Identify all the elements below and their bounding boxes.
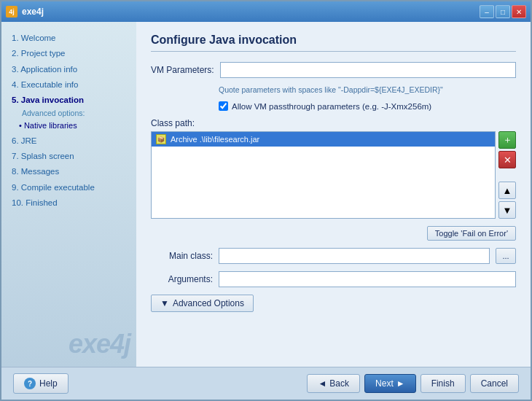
sidebar-item-java-invocation[interactable]: 5. Java invocation <box>7 93 130 108</box>
classpath-label: Class path: <box>151 118 516 128</box>
sidebar-item-welcome[interactable]: 1. Welcome <box>7 31 130 46</box>
sidebar-watermark: exe4j <box>69 329 130 359</box>
finish-button[interactable]: Finish <box>420 374 466 393</box>
minimize-button[interactable]: – <box>480 5 494 18</box>
list-item[interactable]: 📦 Archive .\lib\filesearch.jar <box>152 132 495 147</box>
window-title: exe4j <box>22 7 44 17</box>
page-title: Configure Java invocation <box>151 34 516 52</box>
move-up-button[interactable]: ▲ <box>498 182 516 199</box>
vm-params-hint: Quote parameters with spaces like "-Dapp… <box>219 85 516 94</box>
advanced-options-row: ▼ Advanced Options <box>151 295 516 312</box>
classpath-row: 📦 Archive .\lib\filesearch.jar ＋ ✕ ▲ ▼ <box>151 131 516 219</box>
advanced-arrow-icon: ▼ <box>160 298 169 308</box>
back-arrow-icon: ◄ <box>318 378 326 389</box>
toggle-fail-button[interactable]: Toggle 'Fail on Error' <box>427 226 516 241</box>
archive-icon: 📦 <box>156 134 166 144</box>
sidebar-item-splash[interactable]: 7. Splash screen <box>7 149 130 164</box>
help-button[interactable]: ? Help <box>13 373 69 394</box>
bottom-left: ? Help <box>13 373 69 394</box>
maximize-button[interactable]: □ <box>496 5 510 18</box>
advanced-options-label: Advanced Options <box>173 298 244 308</box>
add-classpath-button[interactable]: ＋ <box>498 131 516 149</box>
sidebar-advanced-label: Advanced options: <box>7 108 130 118</box>
main-window: 4j exe4j – □ ✕ 1. Welcome 2. Project typ… <box>0 0 532 401</box>
sidebar: 1. Welcome 2. Project type 3. Applicatio… <box>1 22 136 367</box>
main-class-input[interactable] <box>219 248 490 264</box>
main-class-row: Main class: ... <box>151 248 516 264</box>
bottom-right: ◄ Back Next ► Finish Cancel <box>307 374 519 393</box>
remove-classpath-button[interactable]: ✕ <box>498 151 516 168</box>
sidebar-item-project-type[interactable]: 2. Project type <box>7 46 130 61</box>
sidebar-item-compile[interactable]: 9. Compile executable <box>7 180 130 195</box>
app-icon: 4j <box>6 6 17 17</box>
passthrough-checkbox-row: Allow VM passthrough parameters (e.g. -J… <box>219 101 516 111</box>
arguments-row: Arguments: <box>151 271 516 287</box>
close-button[interactable]: ✕ <box>512 5 526 18</box>
sidebar-item-exe-info[interactable]: 4. Executable info <box>7 77 130 93</box>
next-button[interactable]: Next ► <box>364 374 416 393</box>
main-panel: Configure Java invocation VM Parameters:… <box>136 22 531 367</box>
classpath-entry-text: Archive .\lib\filesearch.jar <box>171 135 259 144</box>
passthrough-checkbox[interactable] <box>219 101 228 111</box>
passthrough-label: Allow VM passthrough parameters (e.g. -J… <box>232 102 431 111</box>
sidebar-item-native-libs[interactable]: • Native libraries <box>7 118 130 133</box>
classpath-side-buttons: ＋ ✕ ▲ ▼ <box>498 131 516 219</box>
arguments-input[interactable] <box>219 271 516 287</box>
sidebar-item-jre[interactable]: 6. JRE <box>7 133 130 149</box>
sidebar-item-messages[interactable]: 8. Messages <box>7 164 130 179</box>
help-icon: ? <box>24 378 36 389</box>
vm-params-row: VM Parameters: <box>151 62 516 78</box>
title-bar: 4j exe4j – □ ✕ <box>1 1 531 22</box>
bottom-bar: ? Help ◄ Back Next ► Finish Cancel <box>1 367 531 400</box>
advanced-options-button[interactable]: ▼ Advanced Options <box>151 295 254 312</box>
browse-main-class-button[interactable]: ... <box>496 248 516 264</box>
cancel-button[interactable]: Cancel <box>470 374 519 393</box>
window-controls: – □ ✕ <box>480 5 526 18</box>
sidebar-item-app-info[interactable]: 3. Application info <box>7 62 130 77</box>
vm-params-label: VM Parameters: <box>151 65 214 75</box>
classpath-section: Class path: 📦 Archive .\lib\filesearch.j… <box>151 118 516 219</box>
arguments-label: Arguments: <box>151 274 213 284</box>
next-arrow-icon: ► <box>396 378 405 389</box>
content-area: 1. Welcome 2. Project type 3. Applicatio… <box>1 22 531 367</box>
vm-params-input[interactable] <box>220 62 516 78</box>
classpath-list[interactable]: 📦 Archive .\lib\filesearch.jar <box>151 131 496 219</box>
toggle-error-row: Toggle 'Fail on Error' <box>151 226 516 241</box>
sidebar-item-finished[interactable]: 10. Finished <box>7 195 130 211</box>
back-button[interactable]: ◄ Back <box>307 374 360 393</box>
move-down-button[interactable]: ▼ <box>498 201 516 219</box>
main-class-label: Main class: <box>151 251 213 261</box>
